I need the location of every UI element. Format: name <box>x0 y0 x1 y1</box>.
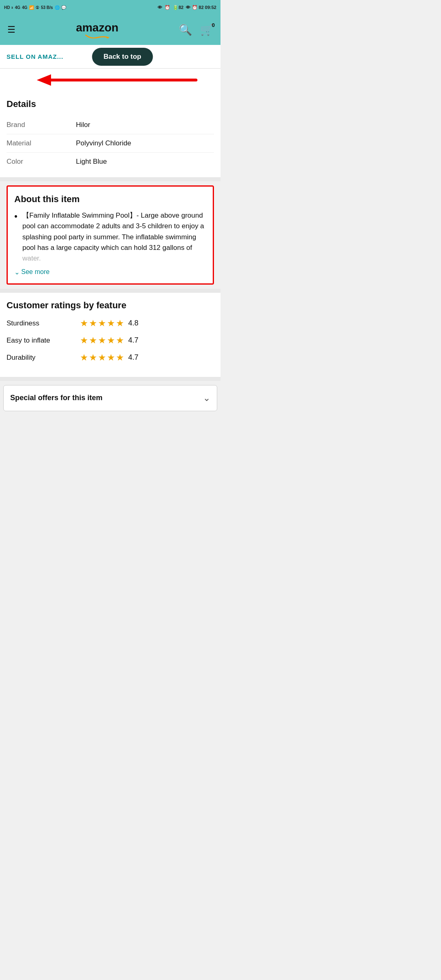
see-more-link[interactable]: ⌄ See more <box>14 268 206 276</box>
sell-bar: SELL ON AMAZ... Back to top <box>0 45 220 69</box>
about-section-wrapper: About this item • 【Family Inflatable Swi… <box>0 181 220 289</box>
chevron-down-icon: ⌄ <box>203 393 210 403</box>
sell-on-amazon-text[interactable]: SELL ON AMAZ... <box>7 53 63 60</box>
alarm-icon: ⏰ <box>165 5 170 10</box>
back-to-top-button[interactable]: Back to top <box>92 48 153 66</box>
cart-count: 0 <box>212 22 215 28</box>
arrow-annotation <box>0 69 220 95</box>
amazon-logo-text: amazon <box>76 21 118 34</box>
menu-button[interactable]: ☰ <box>7 24 16 35</box>
sturdiness-label: Sturdiness <box>7 319 80 327</box>
status-bar: HD ₂ 4G 4G 📶 ① 53 B/s 🌐 💬 👁 ⏰ 🔋82 👁 ⏰ 82… <box>0 0 220 15</box>
easy-inflate-label: Easy to inflate <box>7 336 80 345</box>
svg-marker-2 <box>37 74 51 86</box>
rating-row-durability: Durability ★ ★ ★ ★ ★ 4.7 <box>7 352 214 363</box>
ratings-title: Customer ratings by feature <box>7 300 214 311</box>
section-divider-1 <box>0 177 220 181</box>
about-bullet-text: 【Family Inflatable Swimming Pool】- Large… <box>22 210 206 264</box>
color-value: Light Blue <box>76 158 214 166</box>
color-label: Color <box>7 158 76 166</box>
battery-icon: 🔋82 <box>173 5 183 10</box>
brand-value: Hilor <box>76 121 214 129</box>
cart-icon: 🛒 <box>200 24 213 36</box>
durability-label: Durability <box>7 354 80 362</box>
special-offers-section[interactable]: Special offers for this item ⌄ <box>3 385 217 411</box>
header-action-icons: 🔍 🛒 0 <box>179 24 213 36</box>
about-section: About this item • 【Family Inflatable Swi… <box>7 185 214 285</box>
bullet-icon: • <box>14 210 18 223</box>
amazon-smile-icon <box>85 34 109 38</box>
about-title: About this item <box>14 194 206 205</box>
header: ☰ amazon 🔍 🛒 0 <box>0 15 220 45</box>
ratings-section: Customer ratings by feature Sturdiness ★… <box>0 293 220 377</box>
easy-inflate-value: 4.7 <box>128 336 138 345</box>
clock: 👁 ⏰ 82 09:52 <box>186 5 216 10</box>
cart-button[interactable]: 🛒 0 <box>200 24 213 36</box>
detail-row-brand: Brand Hilor <box>7 116 214 134</box>
eye-icon: 👁 <box>158 5 162 10</box>
amazon-logo[interactable]: amazon <box>76 21 118 38</box>
section-divider-3 <box>0 377 220 381</box>
detail-row-material: Material Polyvinyl Chloride <box>7 134 214 153</box>
section-divider-2 <box>0 289 220 293</box>
easy-inflate-stars: ★ ★ ★ ★ ★ <box>80 335 124 346</box>
details-section: Details Brand Hilor Material Polyvinyl C… <box>0 95 220 177</box>
status-left-icons: HD ₂ 4G 4G 📶 ① 53 B/s 🌐 💬 <box>4 5 66 10</box>
detail-row-color: Color Light Blue <box>7 153 214 171</box>
rating-row-easy-inflate: Easy to inflate ★ ★ ★ ★ ★ 4.7 <box>7 335 214 346</box>
sturdiness-stars: ★ ★ ★ ★ ★ <box>80 318 124 329</box>
durability-value: 4.7 <box>128 353 138 362</box>
about-bullet-1: • 【Family Inflatable Swimming Pool】- Lar… <box>14 210 206 264</box>
brand-label: Brand <box>7 121 76 129</box>
status-right-icons: 👁 ⏰ 🔋82 👁 ⏰ 82 09:52 <box>158 5 216 10</box>
special-offers-label: Special offers for this item <box>10 394 102 402</box>
material-value: Polyvinyl Chloride <box>76 139 214 147</box>
search-button[interactable]: 🔍 <box>179 24 192 36</box>
material-label: Material <box>7 139 76 147</box>
rating-row-sturdiness: Sturdiness ★ ★ ★ ★ ★ 4.8 <box>7 318 214 329</box>
details-title: Details <box>7 99 214 109</box>
durability-stars: ★ ★ ★ ★ ★ <box>80 352 124 363</box>
red-arrow-icon <box>24 71 220 94</box>
sturdiness-value: 4.8 <box>128 319 138 327</box>
